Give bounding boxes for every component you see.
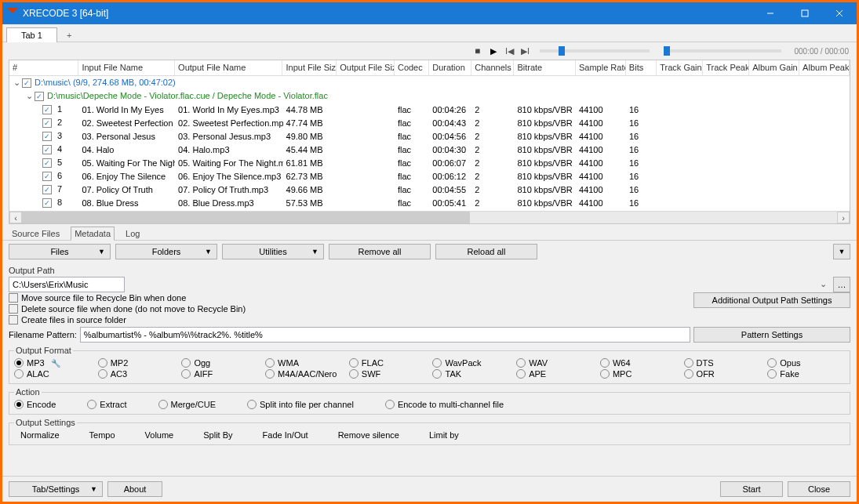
format-flac[interactable]: FLAC — [349, 358, 427, 368]
column-header[interactable]: # — [9, 60, 78, 75]
radio-icon[interactable] — [87, 400, 96, 409]
column-header[interactable]: Sample Rate — [576, 60, 626, 75]
track-checkbox[interactable]: ✓ — [42, 118, 52, 128]
format-aiff[interactable]: AIFF — [181, 369, 259, 379]
column-header[interactable]: Album Peak — [799, 60, 850, 75]
horizontal-scrollbar[interactable]: ‹ › — [9, 211, 850, 223]
next-track-icon[interactable]: ▶I — [519, 45, 530, 56]
utilities-menu[interactable]: Utilities▼ — [222, 244, 324, 259]
table-row[interactable]: ✓ 202. Sweetest Perfection02. Sweetest P… — [9, 116, 850, 129]
format-dts[interactable]: DTS — [684, 358, 762, 368]
about-button[interactable]: About — [107, 481, 162, 497]
setting-normalize[interactable]: Normalize — [14, 430, 60, 440]
cue-checkbox[interactable]: ✓ — [35, 92, 44, 101]
table-row[interactable]: ✓ 808. Blue Dress08. Blue Dress.mp357.53… — [9, 196, 850, 209]
add-tab-button[interactable]: + — [59, 28, 79, 42]
column-header[interactable]: Input File Size — [282, 60, 337, 75]
radio-icon[interactable] — [181, 358, 191, 368]
column-header[interactable]: Album Gain — [749, 60, 799, 75]
format-ofr[interactable]: OFR — [684, 369, 762, 379]
setting-tempo[interactable]: Tempo — [83, 430, 115, 440]
position-slider[interactable] — [664, 49, 781, 53]
radio-icon[interactable] — [14, 400, 24, 409]
column-header[interactable]: Bitrate — [514, 60, 576, 75]
remove-all-button[interactable]: Remove all — [329, 244, 431, 259]
radio-icon[interactable] — [349, 369, 359, 379]
minimize-button[interactable] — [753, 2, 788, 24]
delete-source-checkbox[interactable] — [9, 304, 18, 314]
tab-settings-menu[interactable]: Tab/Settings▼ — [9, 481, 103, 497]
create-in-source-checkbox[interactable] — [9, 315, 18, 325]
wrench-icon[interactable]: 🔧 — [51, 359, 60, 368]
output-path-input[interactable] — [9, 277, 125, 292]
format-opus[interactable]: Opus — [767, 358, 845, 368]
action-merge-cue[interactable]: Merge/CUE — [158, 400, 216, 409]
format-m4aaacnero[interactable]: M4A/AAC/Nero — [265, 369, 343, 379]
column-header[interactable]: Channels — [471, 60, 514, 75]
pattern-settings-button[interactable]: Pattern Settings — [693, 327, 850, 343]
format-ogg[interactable]: Ogg — [181, 358, 259, 368]
column-header[interactable]: Output File Size — [337, 60, 395, 75]
table-row[interactable]: ✓ 404. Halo04. Halo.mp345.44 MBflac00:04… — [9, 143, 850, 156]
format-swf[interactable]: SWF — [349, 369, 427, 379]
table-row[interactable]: ✓ 101. World In My Eyes01. World In My E… — [9, 103, 850, 116]
radio-icon[interactable] — [385, 400, 395, 409]
radio-icon[interactable] — [600, 369, 610, 379]
track-checkbox[interactable]: ✓ — [42, 158, 52, 168]
maximize-button[interactable] — [788, 2, 822, 24]
track-checkbox[interactable]: ✓ — [42, 132, 52, 141]
format-fake[interactable]: Fake — [767, 369, 845, 379]
collapse-icon[interactable]: ⌄ — [13, 78, 20, 88]
column-header[interactable]: Codec — [395, 60, 429, 75]
prev-track-icon[interactable]: I◀ — [504, 45, 515, 56]
table-row[interactable]: ✓ 303. Personal Jesus03. Personal Jesus.… — [9, 129, 850, 143]
radio-icon[interactable] — [684, 358, 693, 368]
radio-icon[interactable] — [14, 369, 24, 379]
play-icon[interactable]: ▶ — [488, 45, 499, 56]
subtab-source-files[interactable]: Source Files — [9, 227, 63, 240]
column-header[interactable]: Track Gain — [657, 60, 703, 75]
radio-icon[interactable] — [767, 369, 777, 379]
cue-row[interactable]: D:\music\Depeche Mode - Violator.flac.cu… — [47, 91, 328, 100]
close-window-button[interactable] — [822, 2, 857, 24]
setting-limit-by[interactable]: Limit by — [423, 430, 459, 440]
track-checkbox[interactable]: ✓ — [42, 145, 52, 154]
folders-menu[interactable]: Folders▼ — [115, 244, 217, 259]
browse-path-button[interactable]: … — [833, 277, 850, 292]
folder-checkbox[interactable]: ✓ — [22, 78, 31, 88]
format-ac3[interactable]: AC3 — [98, 369, 176, 379]
format-w64[interactable]: W64 — [600, 358, 678, 368]
track-checkbox[interactable]: ✓ — [42, 198, 52, 208]
additional-output-button[interactable]: Additional Output Path Settings — [693, 292, 850, 308]
action-extract[interactable]: Extract — [87, 400, 126, 409]
close-button[interactable]: Close — [788, 481, 850, 497]
radio-icon[interactable] — [265, 369, 275, 379]
setting-split-by[interactable]: Split By — [197, 430, 232, 440]
radio-icon[interactable] — [247, 400, 257, 409]
column-header[interactable]: Bits — [626, 60, 657, 75]
format-mp2[interactable]: MP2 — [98, 358, 176, 368]
reload-all-button[interactable]: Reload all — [435, 244, 537, 259]
volume-slider[interactable] — [540, 49, 650, 53]
radio-icon[interactable] — [14, 358, 24, 368]
path-dropdown-icon[interactable]: ⌄ — [817, 278, 828, 289]
folder-row[interactable]: D:\music\ (9/9, 274.68 MB, 00:47:02) — [35, 78, 176, 87]
table-row[interactable]: ✓ 606. Enjoy The Silence06. Enjoy The Si… — [9, 169, 850, 183]
radio-icon[interactable] — [516, 369, 526, 379]
move-recycle-checkbox[interactable] — [9, 293, 18, 303]
track-checkbox[interactable]: ✓ — [42, 185, 52, 194]
action-encode[interactable]: Encode — [14, 400, 56, 409]
extra-menu[interactable]: ▼ — [833, 244, 850, 259]
column-header[interactable]: Duration — [429, 60, 471, 75]
radio-icon[interactable] — [181, 369, 191, 379]
setting-volume[interactable]: Volume — [139, 430, 174, 440]
radio-icon[interactable] — [767, 358, 777, 368]
filename-pattern-input[interactable] — [80, 327, 690, 343]
collapse-icon[interactable]: ⌄ — [25, 91, 33, 101]
format-mpc[interactable]: MPC — [600, 369, 678, 379]
scroll-right-icon[interactable]: › — [837, 212, 850, 223]
column-header[interactable]: Track Peak — [703, 60, 749, 75]
format-ape[interactable]: APE — [516, 369, 594, 379]
action-split-into-file-per-channel[interactable]: Split into file per channel — [247, 400, 354, 409]
table-row[interactable]: ✓ 505. Waiting For The Night05. Waiting … — [9, 156, 850, 169]
